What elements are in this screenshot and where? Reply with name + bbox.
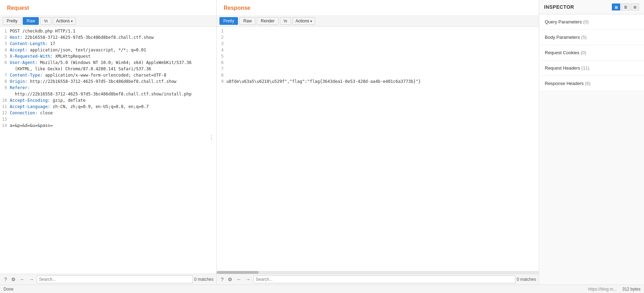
- request-tab-raw[interactable]: Raw: [23, 17, 39, 25]
- request-title: Request: [3, 2, 33, 13]
- status-text: Done: [3, 287, 14, 292]
- inspector-body-params[interactable]: Body Parameters (5): [539, 30, 644, 45]
- request-search-input[interactable]: [37, 276, 193, 283]
- request-actions-button[interactable]: Actions ▾: [53, 17, 75, 25]
- inspector-view-compact[interactable]: ⊟: [631, 3, 639, 10]
- request-line-7: 7 Content-Type: application/x-www-form-u…: [0, 72, 216, 78]
- status-size: 312 bytes: [622, 287, 641, 292]
- response-search-next[interactable]: →: [244, 276, 252, 283]
- response-search-matches: 0 matches: [517, 277, 536, 282]
- response-panel: Response Pretty Raw Render \n Actions ▾ …: [217, 0, 539, 285]
- response-search-bar: ? ⚙ ← → 0 matches: [217, 274, 539, 285]
- request-search-next[interactable]: →: [28, 276, 35, 283]
- inspector-query-params[interactable]: Query Parameters (0): [539, 14, 644, 30]
- request-line-5: 5 X-Requested-With: XMLHttpRequest: [0, 53, 216, 59]
- response-search-prev[interactable]: ←: [235, 276, 243, 283]
- response-line-6: 6: [217, 59, 539, 66]
- response-code-area: 1 2 3 4 5 6 7: [217, 27, 539, 271]
- request-line-8: 8 Origin: http://22b16558-3712-4625-97d5…: [0, 78, 216, 85]
- inspector-request-headers[interactable]: Request Headers (11): [539, 60, 644, 76]
- request-tab-newline[interactable]: \n: [40, 17, 51, 25]
- response-search-settings[interactable]: ⚙: [226, 276, 234, 283]
- request-line-2: 2 Host: 22b16558-3712-4625-97d5-3bc486d8…: [0, 34, 216, 41]
- response-line-4: 4: [217, 47, 539, 53]
- request-search-bar: ? ⚙ ← → 0 matches: [0, 274, 216, 285]
- request-line-9: 9 Referer:: [0, 85, 216, 91]
- response-actions-button[interactable]: Actions ▾: [292, 17, 315, 25]
- response-line-2: 2: [217, 34, 539, 41]
- request-line-10: 10 Accept-Encoding: gzip, deflate: [0, 97, 216, 103]
- request-line-4: 4 Accept: application/json, text/javascr…: [0, 47, 216, 53]
- inspector-view-buttons: ▦ ☰ ⊟: [612, 3, 639, 10]
- response-line-5: 5: [217, 53, 539, 59]
- request-line-11: 11 Accept-Language: zh-CN, zh;q=0.9, en-…: [0, 103, 216, 110]
- request-line-6b: (KHTML, like Gecko) Chrome/87.0.4280.141…: [0, 66, 216, 72]
- response-tab-raw[interactable]: Raw: [239, 17, 255, 25]
- inspector-request-cookies[interactable]: Request Cookies (0): [539, 45, 644, 60]
- inspector-view-list[interactable]: ☰: [621, 3, 630, 10]
- response-search-input[interactable]: [253, 276, 515, 283]
- inspector-title: INSPECTOR: [544, 4, 574, 10]
- request-line-9b: http://22b16558-3712-4625-97d5-3bc486d8b…: [0, 91, 216, 97]
- request-search-matches: 0 matches: [194, 277, 214, 282]
- response-line-7: 7: [217, 66, 539, 72]
- response-title: Response: [219, 2, 254, 13]
- inspector-view-grid[interactable]: ▦: [612, 3, 620, 10]
- response-toolbar: Pretty Raw Render \n Actions ▾: [217, 16, 539, 27]
- response-line-3: 3: [217, 41, 539, 47]
- request-line-13: 13: [0, 116, 216, 122]
- request-top-bar: Request: [0, 0, 216, 16]
- request-tab-pretty[interactable]: Pretty: [3, 17, 21, 25]
- status-bar: Done https://blog.m... 312 bytes: [0, 285, 644, 293]
- response-line-8: 8: [217, 72, 539, 78]
- request-line-14: 14 a=&p=&d=&u=&pass=: [0, 122, 216, 129]
- request-context-menu[interactable]: ⋮: [209, 135, 214, 141]
- request-line-6: 6 User-Agent: Mozilla/5.0 (Windows NT 10…: [0, 59, 216, 66]
- inspector-response-headers[interactable]: Response Headers (6): [539, 76, 644, 91]
- response-search-help[interactable]: ?: [219, 276, 225, 283]
- inspector-items-list: Query Parameters (0) Body Parameters (5)…: [539, 14, 644, 285]
- request-toolbar: Pretty Raw \n Actions ▾: [0, 16, 216, 27]
- response-line-1: 1: [217, 28, 539, 34]
- request-line-3: 3 Content-Length: 17: [0, 41, 216, 47]
- request-panel: Request Pretty Raw \n Actions ▾ 1 POST /…: [0, 0, 217, 285]
- response-scrollbar[interactable]: [217, 271, 539, 274]
- request-search-help[interactable]: ?: [3, 276, 8, 283]
- request-line-12: 12 Connection: close: [0, 110, 216, 116]
- response-tab-pretty[interactable]: Pretty: [219, 17, 238, 25]
- request-code-area: 1 POST /checkdb.php HTTP/1.1 2 Host: 22b…: [0, 27, 216, 274]
- request-actions-caret: ▾: [71, 19, 73, 23]
- response-top-bar: Response: [217, 0, 539, 16]
- request-search-prev[interactable]: ←: [19, 276, 26, 283]
- response-line-9: 9 u8fde\u63a5\u6210\u529f","flag":"flag{…: [217, 78, 539, 85]
- response-actions-caret: ▾: [310, 19, 312, 23]
- request-line-1: 1 POST /checkdb.php HTTP/1.1: [0, 28, 216, 34]
- response-tab-render[interactable]: Render: [257, 17, 278, 25]
- inspector-panel: INSPECTOR ▦ ☰ ⊟ Query Parameters (0) Bod…: [539, 0, 644, 285]
- status-url: https://blog.m...: [588, 287, 617, 292]
- response-tab-newline[interactable]: \n: [280, 17, 291, 25]
- request-search-settings[interactable]: ⚙: [10, 276, 17, 283]
